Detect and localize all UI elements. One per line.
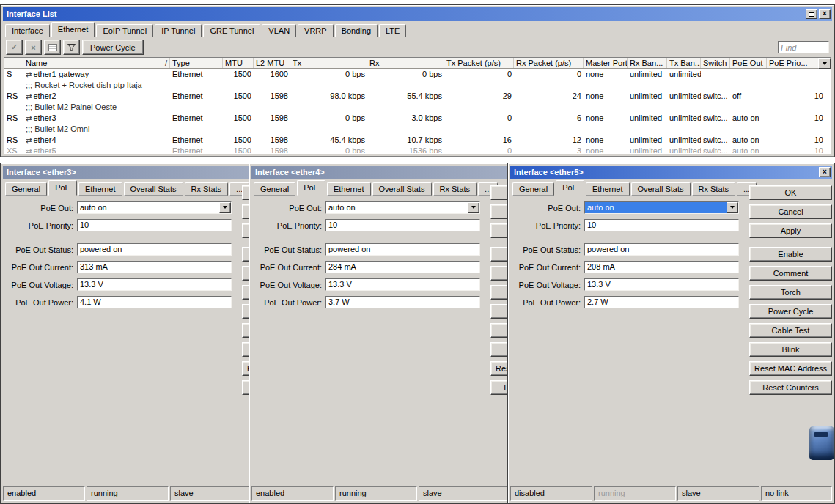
column-header-rx[interactable]: Rx — [367, 58, 444, 68]
close-button[interactable]: × — [819, 9, 831, 19]
comment-icon — [48, 44, 57, 51]
row-ether3[interactable]: RS⇄ether3Ethernet150015980 bps3.0 kbps06… — [4, 113, 831, 124]
tab-ethernet[interactable]: Ethernet — [327, 182, 371, 196]
column-header-txban[interactable]: Tx Ban... — [667, 58, 701, 68]
cell-rxban: unlimited — [628, 146, 667, 154]
cell-switch: switc... — [701, 113, 730, 124]
column-header-switch[interactable]: Switch — [701, 58, 730, 68]
interface-list-tabbar: InterfaceEthernetEoIP TunnelIP TunnelGRE… — [3, 21, 832, 37]
find-input[interactable] — [778, 41, 829, 53]
dropdown-button[interactable] — [468, 202, 479, 213]
comment-button[interactable]: Comment — [749, 266, 832, 281]
row-ether2[interactable]: RS⇄ether2Ethernet1500159898.0 kbps55.4 k… — [4, 91, 831, 102]
tab-bonding[interactable]: Bonding — [335, 24, 378, 37]
reset-mac-address-button[interactable]: Reset MAC Address — [749, 361, 832, 376]
tab-rx-stats[interactable]: Rx Stats — [185, 182, 229, 196]
apply-button[interactable]: Apply — [749, 223, 832, 238]
filter-button[interactable] — [63, 40, 80, 55]
ok-button[interactable]: OK — [749, 185, 832, 200]
cell-tx: 45.4 kbps — [290, 135, 367, 146]
interface-list-toolbar: ✓ × Power Cycle — [3, 37, 832, 57]
comment-row[interactable]: ;;; Rocket + Rocket dish ptp Itaja — [4, 80, 831, 91]
field-value: powered on — [326, 244, 479, 255]
tab-poe[interactable]: PoE — [48, 180, 77, 196]
tab-poe[interactable]: PoE — [556, 180, 584, 196]
column-header-l2mtu[interactable]: L2 MTU — [254, 58, 290, 68]
comment-button[interactable] — [44, 40, 61, 55]
tab-ethernet[interactable]: Ethernet — [78, 182, 122, 196]
cable-test-button[interactable]: Cable Test — [749, 323, 832, 338]
list-rows: S⇄ether1-gatewayEthernet150016000 bps0 b… — [4, 69, 831, 154]
cell-rxp: 12 — [514, 135, 584, 146]
tab-poe[interactable]: PoE — [297, 180, 325, 196]
column-header-master[interactable]: Master Port — [584, 58, 628, 68]
tab-overall-stats[interactable]: Overall Stats — [631, 182, 691, 196]
dropdown-underline — [223, 210, 228, 210]
tab-overall-stats[interactable]: Overall Stats — [372, 182, 432, 196]
poe-out-field[interactable]: auto on — [77, 201, 232, 214]
tab-interface[interactable]: Interface — [5, 24, 50, 37]
restore-button[interactable] — [806, 9, 817, 19]
tab-overall-stats[interactable]: Overall Stats — [124, 182, 183, 196]
enable-button[interactable]: ✓ — [6, 40, 23, 55]
tab-rx-stats[interactable]: Rx Stats — [692, 182, 736, 196]
cell-poe_out — [730, 69, 767, 80]
cell-name: ⇄ether4 — [23, 135, 170, 146]
reset-counters-button[interactable]: Reset Counters — [749, 380, 832, 395]
interface-list-titlebar[interactable]: Interface List × — [3, 7, 832, 21]
row-ether1-gateway[interactable]: S⇄ether1-gatewayEthernet150016000 bps0 b… — [4, 69, 831, 80]
poe-out-field[interactable]: auto on — [584, 201, 739, 214]
tab-general[interactable]: General — [512, 182, 554, 196]
column-header-txp[interactable]: Tx Packet (p/s) — [444, 58, 514, 68]
cell-rxp: 6 — [514, 113, 584, 124]
tab-general[interactable]: General — [254, 182, 295, 196]
poe-out-field[interactable]: auto on — [325, 201, 480, 214]
tab-vrrp[interactable]: VRRP — [298, 24, 334, 37]
field-value: 208 mA — [585, 262, 738, 273]
tab-vlan[interactable]: VLAN — [262, 24, 296, 37]
column-filter-dropdown[interactable] — [818, 58, 831, 69]
torch-button[interactable]: Torch — [749, 285, 832, 300]
dropdown-arrow-icon — [471, 206, 476, 209]
dropdown-button[interactable] — [219, 202, 231, 213]
tab-lte[interactable]: LTE — [379, 24, 406, 37]
tab-gre-tunnel[interactable]: GRE Tunnel — [203, 24, 260, 37]
column-header-rxp[interactable]: Rx Packet (p/s) — [514, 58, 584, 68]
power-cycle-button[interactable]: Power Cycle — [749, 304, 832, 319]
column-header-rxban[interactable]: Rx Ban... — [628, 58, 667, 68]
column-header-poe_out[interactable]: PoE Out — [730, 58, 767, 68]
cell-txp: 0 — [444, 69, 514, 80]
row-ether5[interactable]: XS⇄ether5Ethernet150015980 bps1536 bps03… — [4, 146, 831, 154]
column-header-name[interactable]: Name/ — [23, 58, 170, 68]
comment-row[interactable]: ;;; Bullet M2 Omni — [4, 124, 831, 135]
dialog-titlebar[interactable]: Interface <ether5>× — [510, 166, 832, 179]
tab-ip-tunnel[interactable]: IP Tunnel — [155, 24, 202, 37]
close-button[interactable]: × — [819, 167, 831, 177]
column-header-type[interactable]: Type — [170, 58, 223, 68]
row-ether4[interactable]: RS⇄ether4Ethernet1500159845.4 kbps10.7 k… — [4, 135, 831, 146]
column-header-tx[interactable]: Tx — [290, 58, 367, 68]
cancel-button[interactable]: Cancel — [749, 204, 832, 219]
tab-eoip-tunnel[interactable]: EoIP Tunnel — [96, 24, 153, 37]
poe-priority-field[interactable]: 10 — [77, 219, 232, 231]
tab-general[interactable]: General — [5, 182, 47, 196]
cell-type: Ethernet — [170, 69, 223, 80]
tab-ethernet[interactable]: Ethernet — [586, 182, 630, 196]
blink-button[interactable]: Blink — [749, 342, 832, 357]
comment-row[interactable]: ;;; Bullet M2 Painel Oeste — [4, 102, 831, 113]
poe-priority-field[interactable]: 10 — [325, 219, 480, 231]
tab-rx-stats[interactable]: Rx Stats — [433, 182, 477, 196]
enable-button[interactable]: Enable — [749, 247, 832, 262]
disable-button[interactable]: × — [25, 40, 42, 55]
window-title: Interface List — [7, 10, 804, 18]
field-value: 10 — [326, 220, 479, 231]
cell-switch: switc... — [701, 146, 730, 154]
field-value: auto on — [585, 202, 727, 213]
column-header-mtu[interactable]: MTU — [223, 58, 254, 68]
dropdown-button[interactable] — [727, 202, 738, 213]
field-label: PoE Out Voltage: — [515, 281, 581, 289]
poe-priority-field[interactable]: 10 — [584, 219, 739, 231]
tab-ethernet[interactable]: Ethernet — [51, 22, 95, 37]
power-cycle-button[interactable]: Power Cycle — [82, 40, 144, 55]
column-header-flags[interactable] — [4, 58, 23, 68]
